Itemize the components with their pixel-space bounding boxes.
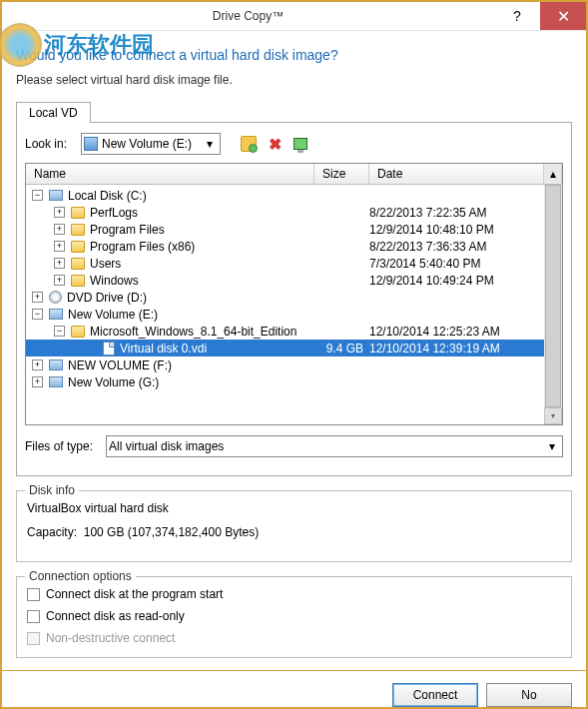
tree-item-label: Program Files: [90, 223, 165, 237]
drive-icon: [49, 359, 63, 370]
page-subheading: Please select virtual hard disk image fi…: [16, 73, 572, 87]
filesoftype-label: Files of type:: [25, 439, 100, 453]
capacity-label: Capacity:: [27, 525, 77, 539]
lookin-value: New Volume (E:): [102, 137, 202, 151]
watermark: 河东软件园: [0, 23, 154, 67]
expand-toggle[interactable]: +: [32, 359, 43, 370]
lookin-label: Look in:: [25, 137, 75, 151]
col-name[interactable]: Name: [26, 164, 314, 184]
tree-item-size: 9.4 GB: [314, 342, 369, 355]
file-icon: [103, 342, 115, 355]
expand-toggle[interactable]: +: [32, 376, 43, 387]
expand-toggle[interactable]: +: [32, 292, 43, 303]
file-tree[interactable]: −Local Disk (C:)+PerfLogs8/22/2013 7:22:…: [26, 185, 544, 424]
tree-item-label: Program Files (x86): [90, 240, 195, 254]
opt-non-destructive: Non-destructive connect: [46, 631, 175, 645]
tree-item-date: 12/10/2014 12:39:19 AM: [369, 342, 544, 355]
connection-options-group: Connection options Connect disk at the p…: [16, 576, 572, 658]
filesoftype-combo[interactable]: All virtual disk images ▾: [106, 435, 563, 457]
tree-item-label: Virtual disk 0.vdi: [120, 342, 207, 355]
expand-toggle[interactable]: +: [54, 258, 65, 269]
tab-strip: Local VD: [16, 101, 572, 122]
tree-item-date: 8/22/2013 7:22:35 AM: [369, 206, 544, 220]
tree-row[interactable]: +DVD Drive (D:): [26, 289, 544, 306]
folder-icon: [71, 275, 85, 287]
drive-icon: [49, 376, 63, 387]
scrollbar[interactable]: ▾: [544, 185, 562, 424]
disk-info-legend: Disk info: [25, 483, 79, 497]
expand-toggle[interactable]: −: [32, 309, 43, 320]
folder-icon: [71, 207, 85, 219]
scroll-down-button[interactable]: ▾: [544, 407, 562, 424]
drive-icon: [49, 190, 63, 201]
drive-icon: [84, 137, 98, 151]
computer-icon[interactable]: [293, 136, 308, 152]
chevron-down-icon: ▾: [544, 439, 560, 453]
tree-item-label: New Volume (G:): [68, 375, 159, 389]
tree-item-label: Users: [90, 257, 121, 271]
tree-item-date: 7/3/2014 5:40:40 PM: [369, 257, 544, 271]
col-size[interactable]: Size: [314, 164, 369, 184]
tree-item-date: 12/9/2014 10:49:24 PM: [369, 274, 544, 288]
tree-item-date: 12/10/2014 12:25:23 AM: [369, 325, 544, 339]
checkbox-program-start[interactable]: [27, 588, 40, 601]
folder-icon: [71, 326, 85, 338]
tree-item-label: DVD Drive (D:): [67, 291, 147, 305]
file-list: Name Size Date ▴ −Local Disk (C:)+PerfLo…: [25, 163, 563, 425]
scrollbar-thumb[interactable]: [545, 185, 561, 407]
tree-item-label: Microsoft_Windows_8.1_64-bit_Edition: [90, 325, 296, 339]
opt-program-start: Connect disk at the program start: [46, 587, 223, 601]
expand-toggle[interactable]: −: [32, 190, 43, 201]
capacity-value: 100 GB (107,374,182,400 Bytes): [84, 525, 259, 539]
tree-row[interactable]: −Microsoft_Windows_8.1_64-bit_Edition12/…: [26, 323, 544, 340]
expand-toggle[interactable]: +: [54, 224, 65, 235]
lookin-combo[interactable]: New Volume (E:) ▾: [81, 133, 221, 155]
connopts-legend: Connection options: [25, 569, 136, 583]
tree-item-label: New Volume (E:): [68, 308, 158, 322]
chevron-down-icon: ▾: [202, 137, 218, 151]
tree-row[interactable]: Virtual disk 0.vdi9.4 GB12/10/2014 12:39…: [26, 340, 544, 356]
tab-local-vd[interactable]: Local VD: [16, 102, 91, 123]
file-list-header: Name Size Date ▴: [26, 164, 562, 185]
dvd-icon: [49, 291, 62, 304]
tree-item-label: Windows: [90, 274, 139, 288]
tree-row[interactable]: +NEW VOLUME (F:): [26, 356, 544, 373]
checkbox-non-destructive: [27, 632, 40, 645]
tree-row[interactable]: +Program Files12/9/2014 10:48:10 PM: [26, 221, 544, 238]
close-button[interactable]: ✕: [540, 2, 586, 30]
tree-row[interactable]: +PerfLogs8/22/2013 7:22:35 AM: [26, 204, 544, 221]
window-title: Drive Copy™: [2, 9, 494, 23]
tree-row[interactable]: +Users7/3/2014 5:40:40 PM: [26, 255, 544, 272]
new-folder-icon[interactable]: [241, 136, 257, 152]
folder-icon: [71, 224, 85, 236]
disk-info-group: Disk info VirtualBox virtual hard disk C…: [16, 490, 572, 562]
tree-row[interactable]: −New Volume (E:): [26, 306, 544, 323]
opt-read-only: Connect disk as read-only: [46, 609, 185, 623]
folder-icon: [71, 241, 85, 253]
scroll-up-button[interactable]: ▴: [544, 164, 562, 184]
dialog-buttons: Connect No: [2, 670, 586, 709]
watermark-text: 河东软件园: [44, 30, 154, 60]
expand-toggle[interactable]: −: [54, 326, 65, 337]
tree-row[interactable]: −Local Disk (C:): [26, 187, 544, 204]
folder-icon: [71, 258, 85, 270]
expand-toggle[interactable]: +: [54, 207, 65, 218]
delete-icon[interactable]: ✖: [267, 136, 283, 152]
help-button[interactable]: ?: [494, 2, 540, 30]
filesoftype-value: All virtual disk images: [109, 439, 544, 453]
no-button[interactable]: No: [486, 683, 572, 707]
tree-item-date: 12/9/2014 10:48:10 PM: [369, 223, 544, 237]
close-icon: ✕: [557, 7, 570, 26]
expand-toggle[interactable]: +: [54, 275, 65, 286]
expand-toggle[interactable]: +: [54, 241, 65, 252]
tab-panel: Look in: New Volume (E:) ▾ ✖ Name Size D…: [16, 122, 572, 476]
connect-button[interactable]: Connect: [392, 683, 478, 707]
checkbox-read-only[interactable]: [27, 610, 40, 623]
tree-item-label: Local Disk (C:): [68, 189, 147, 203]
tree-row[interactable]: +New Volume (G:): [26, 373, 544, 390]
tree-item-label: NEW VOLUME (F:): [68, 358, 172, 372]
tree-row[interactable]: +Windows12/9/2014 10:49:24 PM: [26, 272, 544, 289]
tree-item-date: 8/22/2013 7:36:33 AM: [369, 240, 544, 254]
col-date[interactable]: Date: [369, 164, 544, 184]
tree-row[interactable]: +Program Files (x86)8/22/2013 7:36:33 AM: [26, 238, 544, 255]
